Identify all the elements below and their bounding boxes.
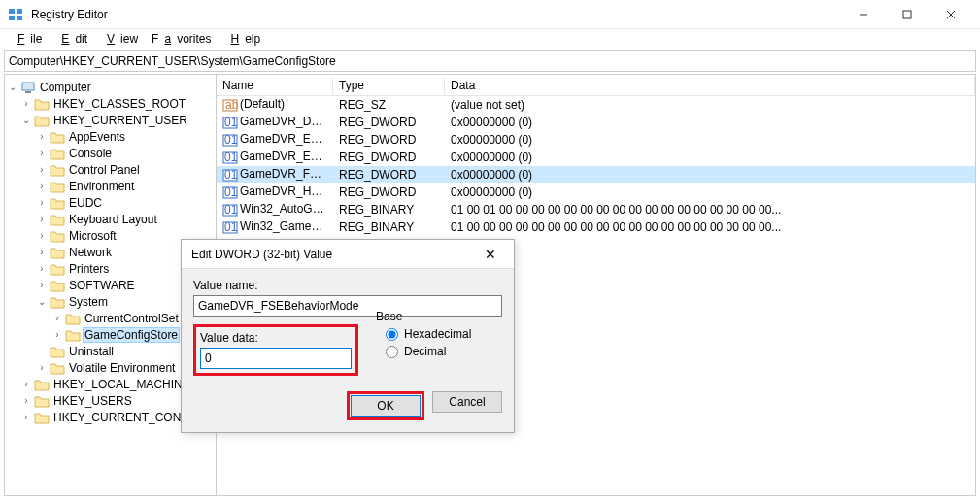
- titlebar: Registry Editor: [0, 0, 980, 29]
- tree-item[interactable]: ›Keyboard Layout: [5, 211, 216, 227]
- list-row[interactable]: 011GameDVR_EFSE...REG_DWORD0x00000000 (0…: [217, 131, 975, 149]
- expand-icon[interactable]: ›: [20, 395, 32, 406]
- folder-icon: [65, 328, 81, 342]
- radio-hex-row[interactable]: Hexadecimal: [386, 327, 531, 341]
- reg-bin-icon: 011: [222, 184, 238, 200]
- expand-icon[interactable]: ›: [36, 247, 48, 257]
- ok-button[interactable]: OK: [351, 395, 421, 417]
- value-data-input[interactable]: [200, 348, 352, 369]
- radio-dec-row[interactable]: Decimal: [386, 345, 531, 358]
- cancel-button[interactable]: Cancel: [432, 391, 502, 413]
- folder-icon: [50, 279, 65, 292]
- window-controls: [841, 0, 972, 29]
- folder-icon: [50, 130, 65, 144]
- expand-icon[interactable]: ›: [20, 379, 32, 389]
- folder-icon: [50, 180, 65, 193]
- address-text: Computer\HKEY_CURRENT_USER\System\GameCo…: [9, 54, 336, 68]
- expand-icon[interactable]: ⌄: [20, 115, 32, 125]
- svg-text:011: 011: [224, 185, 238, 199]
- tree-computer[interactable]: ⌄ Computer: [5, 79, 216, 95]
- radio-hex[interactable]: [386, 328, 398, 341]
- minimize-button[interactable]: [841, 0, 885, 29]
- dialog-titlebar[interactable]: Edit DWORD (32-bit) Value ✕: [182, 240, 514, 269]
- expand-icon[interactable]: ›: [51, 313, 63, 323]
- value-data-label: Value data:: [200, 331, 352, 345]
- close-button[interactable]: [929, 0, 972, 29]
- header-name[interactable]: Name: [217, 77, 333, 94]
- expand-icon[interactable]: ⌄: [36, 296, 48, 307]
- tree-item[interactable]: ›Environment: [5, 178, 216, 194]
- list-row[interactable]: 011Win32_GameMo...REG_BINARY01 00 00 00 …: [217, 218, 975, 236]
- menu-view[interactable]: View: [95, 30, 144, 48]
- reg-bin-icon: 011: [222, 202, 238, 217]
- folder-icon: [50, 163, 65, 177]
- svg-text:ab: ab: [225, 98, 238, 112]
- address-bar[interactable]: Computer\HKEY_CURRENT_USER\System\GameCo…: [4, 50, 976, 72]
- svg-text:011: 011: [224, 150, 238, 164]
- folder-icon: [50, 262, 65, 276]
- expand-icon[interactable]: ›: [36, 230, 48, 241]
- list-row[interactable]: 011GameDVR_Hon...REG_DWORD0x00000000 (0): [217, 183, 975, 201]
- expand-icon[interactable]: ›: [36, 148, 48, 158]
- maximize-button[interactable]: [885, 0, 929, 29]
- base-group: Base Hexadecimal Decimal: [376, 310, 531, 362]
- list-row[interactable]: 011Win32_AutoGa...REG_BINARY01 00 01 00 …: [217, 201, 975, 218]
- expand-icon[interactable]: ›: [36, 181, 48, 191]
- tree-item[interactable]: ›EUDC: [5, 194, 216, 211]
- dialog-title-text: Edit DWORD (32-bit) Value: [191, 248, 477, 261]
- dialog-buttons: OK Cancel: [347, 391, 502, 420]
- window-title: Registry Editor: [31, 8, 108, 21]
- folder-icon: [34, 97, 50, 111]
- header-data[interactable]: Data: [445, 77, 975, 94]
- reg-bin-icon: 011: [222, 219, 238, 235]
- tree-hkcr[interactable]: ›HKEY_CLASSES_ROOT: [5, 95, 216, 112]
- tree-item[interactable]: ›Control Panel: [5, 161, 216, 178]
- expand-icon[interactable]: ›: [51, 329, 63, 340]
- expand-icon[interactable]: ›: [36, 164, 48, 175]
- folder-icon: [50, 345, 65, 358]
- expand-icon[interactable]: ›: [36, 263, 48, 274]
- svg-text:011: 011: [224, 220, 238, 234]
- value-name-label: Value name:: [193, 279, 502, 292]
- edit-dword-dialog: Edit DWORD (32-bit) Value ✕ Value name: …: [181, 239, 515, 433]
- folder-icon: [65, 312, 81, 325]
- reg-bin-icon: 011: [222, 150, 238, 165]
- menu-file[interactable]: File: [6, 30, 48, 48]
- expand-icon[interactable]: ⌄: [7, 82, 18, 92]
- reg-sz-icon: ab: [222, 97, 238, 113]
- list-row[interactable]: ab(Default)REG_SZ(value not set): [217, 96, 975, 114]
- reg-bin-icon: 011: [222, 115, 238, 130]
- folder-icon: [50, 196, 65, 210]
- expand-icon[interactable]: ›: [20, 98, 32, 109]
- svg-rect-0: [9, 9, 15, 14]
- list-row[interactable]: 011GameDVR_Enabl...REG_DWORD0x00000000 (…: [217, 149, 975, 166]
- folder-icon: [34, 114, 50, 127]
- menu-favorites[interactable]: Favorites: [146, 30, 217, 48]
- svg-rect-3: [17, 16, 22, 20]
- folder-icon: [50, 229, 65, 243]
- expand-icon[interactable]: ›: [36, 131, 48, 142]
- expand-icon[interactable]: ›: [36, 197, 48, 208]
- folder-icon: [34, 378, 50, 391]
- list-row[interactable]: 011GameDVR_DXGI...REG_DWORD0x00000000 (0…: [217, 114, 975, 131]
- dialog-close-button[interactable]: ✕: [477, 247, 504, 262]
- tree-item[interactable]: ›Console: [5, 145, 216, 161]
- expand-icon[interactable]: ›: [36, 214, 48, 224]
- list-row[interactable]: 011GameDVR_FSEB...REG_DWORD0x00000000 (0…: [217, 166, 975, 183]
- radio-dec[interactable]: [386, 346, 398, 358]
- folder-icon: [50, 246, 65, 259]
- tree-hkcu[interactable]: ⌄HKEY_CURRENT_USER: [5, 112, 216, 128]
- reg-bin-icon: 011: [222, 167, 238, 183]
- list-header: Name Type Data: [217, 75, 975, 96]
- value-data-highlight: Value data:: [193, 324, 358, 376]
- menu-help[interactable]: Help: [219, 30, 266, 48]
- header-type[interactable]: Type: [333, 77, 445, 94]
- folder-icon: [50, 295, 65, 309]
- tree-item[interactable]: ›AppEvents: [5, 128, 216, 145]
- expand-icon[interactable]: ›: [20, 412, 32, 422]
- expand-icon[interactable]: ›: [36, 280, 48, 290]
- expand-icon[interactable]: ›: [36, 362, 48, 373]
- reg-bin-icon: 011: [222, 132, 238, 148]
- svg-text:011: 011: [224, 116, 238, 129]
- menu-edit[interactable]: Edit: [50, 30, 93, 48]
